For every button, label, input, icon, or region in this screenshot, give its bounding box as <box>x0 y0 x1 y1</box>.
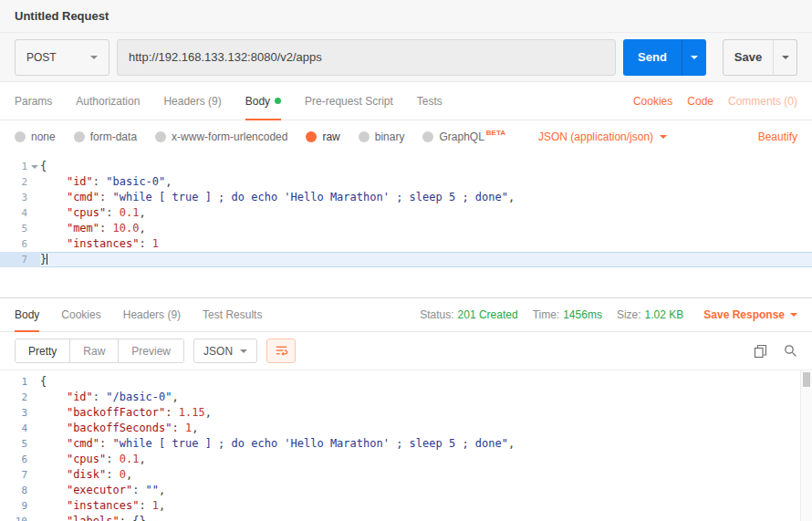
response-tab-headers-label: Headers (9) <box>123 308 181 321</box>
fold-caret-icon[interactable] <box>27 159 40 174</box>
code-link[interactable]: Code <box>687 95 713 108</box>
tab-tests-label: Tests <box>417 95 442 108</box>
response-toolbar-right <box>754 344 797 359</box>
request-links: Cookies Code Comments (0) <box>633 95 797 108</box>
code-line[interactable]: 1{ <box>0 159 812 174</box>
code-text: "id": "basic-0", <box>40 174 812 190</box>
code-line[interactable]: 10 "labels": {}, <box>0 514 812 521</box>
view-preview-button[interactable]: Preview <box>119 339 183 362</box>
code-line[interactable]: 3 "cmd": "while [ true ] ; do echo 'Hell… <box>0 190 812 205</box>
tab-tests[interactable]: Tests <box>417 82 442 120</box>
body-mode-urlencoded-label: x-www-form-urlencoded <box>172 130 287 143</box>
line-number: 6 <box>0 236 27 252</box>
response-body-editor[interactable]: 1{2 "id": "/basic-0",3 "backoffFactor": … <box>0 370 812 521</box>
word-wrap-icon <box>275 344 288 358</box>
tab-prerequest-script[interactable]: Pre-request Script <box>305 82 393 120</box>
code-line[interactable]: 2 "id": "basic-0", <box>0 174 812 190</box>
chevron-down-icon <box>790 313 797 317</box>
response-tab-test-results[interactable]: Test Results <box>203 298 262 331</box>
code-line[interactable]: 9 "instances": 1, <box>0 498 812 514</box>
line-number: 9 <box>0 498 27 514</box>
code-line[interactable]: 4 "backoffSeconds": 1, <box>0 421 812 436</box>
save-button[interactable]: Save <box>723 39 774 76</box>
response-tab-cookies[interactable]: Cookies <box>61 298 100 331</box>
url-input[interactable] <box>117 39 616 76</box>
code-text: "backoffFactor": 1.15, <box>40 405 812 421</box>
code-line[interactable]: 2 "id": "/basic-0", <box>0 390 812 405</box>
send-dropdown-button[interactable] <box>682 39 706 76</box>
content-type-select[interactable]: JSON (application/json) <box>538 130 667 143</box>
line-number: 3 <box>0 405 27 421</box>
view-raw-button[interactable]: Raw <box>70 339 119 362</box>
save-dropdown-button[interactable] <box>773 39 797 76</box>
code-line[interactable]: 1{ <box>0 374 812 390</box>
code-line[interactable]: 7} <box>0 252 812 267</box>
radio-icon <box>422 131 433 142</box>
search-icon <box>784 344 797 358</box>
code-line[interactable]: 5 "cmd": "while [ true ] ; do echo 'Hell… <box>0 436 812 452</box>
tab-body[interactable]: Body <box>245 82 281 120</box>
code-text: "cmd": "while [ true ] ; do echo 'Hello … <box>40 436 812 452</box>
time-label: Time: <box>533 308 560 321</box>
tab-params[interactable]: Params <box>15 82 52 120</box>
response-tab-body[interactable]: Body <box>15 298 39 331</box>
fold-gutter <box>27 205 40 221</box>
code-text: { <box>40 159 812 174</box>
fold-gutter <box>27 252 40 267</box>
view-pretty-button[interactable]: Pretty <box>16 339 70 362</box>
save-response-button[interactable]: Save Response <box>703 308 797 321</box>
title-bar: Untitled Request <box>0 0 812 33</box>
code-line[interactable]: 4 "cpus": 0.1, <box>0 205 812 221</box>
size-label: Size: <box>617 308 641 321</box>
line-number: 5 <box>0 221 27 236</box>
cookies-link[interactable]: Cookies <box>633 95 672 108</box>
code-line[interactable]: 6 "instances": 1 <box>0 236 812 252</box>
tab-params-label: Params <box>15 95 52 108</box>
code-text: "labels": {}, <box>40 514 812 521</box>
response-scrollbar-thumb[interactable] <box>803 372 810 387</box>
body-mode-raw[interactable]: raw <box>306 130 339 143</box>
code-line[interactable]: 3 "backoffFactor": 1.15, <box>0 405 812 421</box>
body-mode-urlencoded[interactable]: x-www-form-urlencoded <box>155 130 287 143</box>
beautify-link[interactable]: Beautify <box>758 130 797 143</box>
fold-gutter <box>27 405 40 421</box>
radio-icon <box>74 131 85 142</box>
code-line[interactable]: 8 "executor": "", <box>0 483 812 498</box>
code-line[interactable]: 6 "cpus": 0.1, <box>0 452 812 467</box>
search-response-button[interactable] <box>784 344 797 358</box>
body-mode-none[interactable]: none <box>15 130 56 143</box>
method-select[interactable]: POST <box>15 39 109 76</box>
fold-gutter <box>27 452 40 467</box>
code-text: "cpus": 0.1, <box>40 452 812 467</box>
word-wrap-button[interactable] <box>266 339 296 363</box>
tab-headers[interactable]: Headers (9) <box>163 82 221 120</box>
body-mode-graphql[interactable]: GraphQL BETA <box>422 130 505 143</box>
code-line[interactable]: 7 "disk": 0, <box>0 467 812 483</box>
response-tab-test-results-label: Test Results <box>203 308 262 321</box>
code-line[interactable]: 5 "mem": 10.0, <box>0 221 812 236</box>
comments-link[interactable]: Comments (0) <box>728 95 797 108</box>
request-title: Untitled Request <box>15 9 109 23</box>
line-number: 6 <box>0 452 27 467</box>
fold-gutter <box>27 436 40 452</box>
body-mode-binary[interactable]: binary <box>359 130 405 143</box>
line-number: 4 <box>0 205 27 221</box>
line-number: 3 <box>0 190 27 205</box>
code-text: { <box>40 374 812 390</box>
response-tab-headers[interactable]: Headers (9) <box>123 298 181 331</box>
response-toolbar: Pretty Raw Preview JSON <box>0 332 812 370</box>
copy-response-button[interactable] <box>754 344 767 359</box>
body-mode-form-data[interactable]: form-data <box>74 130 137 143</box>
request-tabs: Params Authorization Headers (9) Body Pr… <box>0 82 812 120</box>
request-body-editor[interactable]: 1{2 "id": "basic-0",3 "cmd": "while [ tr… <box>0 153 812 297</box>
line-number: 10 <box>0 514 27 521</box>
code-text: "cmd": "while [ true ] ; do echo 'Hello … <box>40 190 812 205</box>
response-language-select[interactable]: JSON <box>193 339 257 363</box>
line-number: 7 <box>0 252 27 267</box>
body-mode-none-label: none <box>31 130 56 143</box>
send-button[interactable]: Send <box>623 39 682 76</box>
response-language-value: JSON <box>203 345 233 358</box>
body-content-indicator-dot <box>275 98 281 104</box>
tab-authorization[interactable]: Authorization <box>76 82 140 120</box>
response-scrollbar[interactable] <box>800 370 812 521</box>
